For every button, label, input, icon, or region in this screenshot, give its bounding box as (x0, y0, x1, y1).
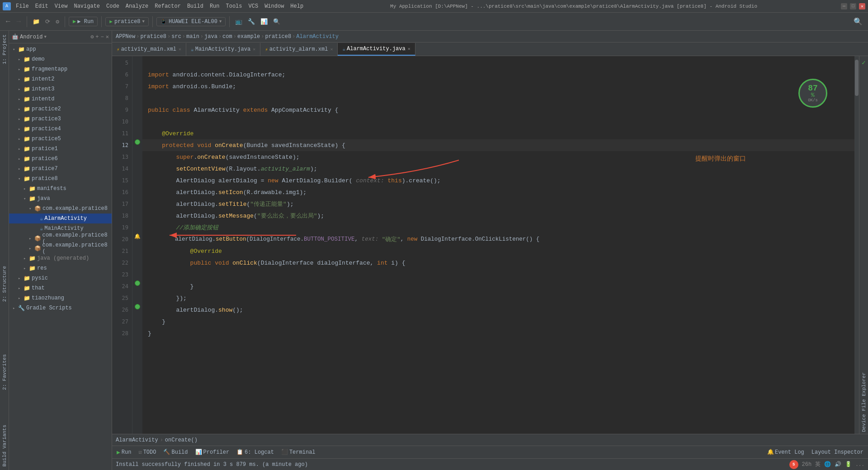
tree-item-intentd[interactable]: ▸ 📁 intentd (9, 94, 112, 104)
breadcrumb-main[interactable]: main (186, 33, 199, 40)
inspect-button[interactable]: 🔍 (271, 17, 282, 26)
breadcrumb-appnew[interactable]: APPNew (116, 33, 135, 40)
project-vert-label[interactable]: 1: Project (1, 31, 8, 68)
menu-window[interactable]: Window (261, 2, 287, 10)
menu-build[interactable]: Build (184, 2, 207, 10)
tab-activity-alarm[interactable]: ⚡ activity_alarm.xml ✕ (260, 43, 338, 56)
cpu-indicator[interactable]: 87 % OK/s (798, 79, 827, 108)
layout-inspector-button[interactable]: Layout Inspector (809, 448, 866, 456)
profiler-button[interactable]: 📊 Profiler (193, 448, 232, 456)
breadcrumb-pratice8-2[interactable]: pratice8 (265, 33, 292, 40)
app-folder-icon: 📁 (18, 46, 25, 53)
breadcrumb-src[interactable]: src (171, 33, 181, 40)
minimize-button[interactable]: — (841, 3, 847, 9)
menu-refactor[interactable]: Refactor (151, 2, 184, 10)
project-icon[interactable]: 📁 (31, 17, 42, 26)
tree-item-alarm-activity[interactable]: ☕ AlarmActivity (9, 214, 112, 223)
main-content: 1: Project 2: Structure 2: Favorites Bui… (0, 31, 868, 470)
tree-item-practice5[interactable]: ▸ 📁 practice5 (9, 134, 112, 144)
device-dropdown[interactable]: 📱 HUAWEI ELE-AL00 ▼ (156, 17, 226, 26)
editor-footer: AlarmActivity › onCreate() (112, 434, 868, 446)
breadcrumb-pratice8[interactable]: pratice8 (140, 33, 166, 40)
tree-item-app[interactable]: ▾ 📁 app (9, 44, 112, 54)
app-icon: A (3, 2, 11, 10)
sdk-button[interactable]: 🔧 (246, 17, 257, 26)
tree-item-fragmentapp[interactable]: ▸ 📁 fragmentapp (9, 64, 112, 74)
project-minus-icon[interactable]: − (101, 34, 104, 40)
search-everywhere-icon[interactable]: 🔍 (852, 16, 864, 27)
title-text: My Application [D:\APPNew] - ...\pratice… (307, 4, 841, 9)
tree-item-practice4[interactable]: ▸ 📁 practice4 (9, 124, 112, 134)
menu-edit[interactable]: Edit (32, 2, 52, 10)
build-vert-label[interactable]: Build Variants (1, 421, 8, 470)
tree-item-manifests[interactable]: ▸ 📁 manifests (9, 184, 112, 194)
profile-button[interactable]: 📊 (259, 17, 269, 26)
tab-activity-main[interactable]: ⚡ activity_main.xml ✕ (112, 43, 186, 56)
code-content[interactable]: import android.content.DialogInterface; … (142, 56, 854, 434)
vertical-scrollbar[interactable] (854, 56, 859, 434)
structure-vert-label[interactable]: 2: Structure (1, 262, 8, 305)
tree-item-res[interactable]: ▸ 📁 res (9, 263, 112, 273)
android-dropdown[interactable]: 🤖 Android ▼ (12, 33, 47, 40)
tab-close-3[interactable]: ✕ (330, 47, 333, 52)
tree-item-intent2[interactable]: ▸ 📁 intent2 (9, 74, 112, 84)
avd-button[interactable]: 📺 (233, 17, 244, 26)
logcat-button[interactable]: 📋 6: Logcat (234, 448, 277, 456)
tab-close-2[interactable]: ✕ (253, 47, 255, 52)
menu-file[interactable]: File (13, 2, 32, 10)
close-button[interactable]: ✕ (859, 3, 865, 9)
breadcrumb-alarm[interactable]: AlarmActivity (296, 33, 339, 40)
forward-button[interactable]: → (14, 17, 24, 27)
tree-item-java[interactable]: ▾ 📁 java (9, 194, 112, 204)
run-tool-button[interactable]: ▶ Run (114, 448, 134, 457)
menu-view[interactable]: View (52, 2, 71, 10)
menu-vcs[interactable]: VCS (245, 2, 262, 10)
tree-item-pratice8[interactable]: ▾ 📁 pratice8 (9, 174, 112, 184)
module-icon: ▶ (109, 19, 113, 24)
menu-help[interactable]: Help (287, 2, 307, 10)
run-button[interactable]: ▶ ▶ Run (69, 17, 98, 26)
menu-tools[interactable]: Tools (223, 2, 245, 10)
breadcrumb-com[interactable]: com (222, 33, 232, 40)
module-dropdown[interactable]: ▶ pratice8 ▼ (105, 17, 149, 26)
back-button[interactable]: ← (4, 17, 13, 27)
terminal-button[interactable]: ⬛ Terminal (278, 448, 318, 456)
project-add-icon[interactable]: + (95, 34, 99, 40)
favorites-vert-label[interactable]: 2: Favorites (1, 351, 8, 394)
tree-item-package3[interactable]: ▸ 📦 com.example.pratice8 ( (9, 243, 112, 253)
tree-item-that[interactable]: ▸ 📁 that (9, 283, 112, 293)
sync-icon[interactable]: ⟳ (43, 17, 52, 26)
todo-button[interactable]: ☑ TODO (136, 448, 159, 456)
tree-item-pratice7[interactable]: ▸ 📁 pratice7 (9, 164, 112, 174)
tree-item-practice2[interactable]: ▸ 📁 practice2 (9, 104, 112, 114)
tab-close-4[interactable]: ✕ (408, 46, 410, 52)
menu-run[interactable]: Run (207, 2, 223, 10)
project-close-icon[interactable]: ✕ (106, 33, 109, 40)
menu-code[interactable]: Code (103, 2, 123, 10)
tree-item-demo[interactable]: ▸ 📁 demo (9, 54, 112, 64)
tab-main-activity[interactable]: ☕ MainActivity.java ✕ (186, 43, 260, 56)
code-line-10 (142, 116, 854, 128)
maximize-button[interactable]: □ (850, 3, 856, 9)
tree-item-practice3[interactable]: ▸ 📁 practice3 (9, 114, 112, 124)
tree-item-java-gen[interactable]: ▸ 📁 java (generated) (9, 253, 112, 263)
tab-alarm-activity[interactable]: ☕ AlarmActivity.java ✕ (338, 43, 415, 56)
menu-analyze[interactable]: Analyze (123, 2, 151, 10)
tree-item-tiaozhuang[interactable]: ▸ 📁 tiaozhuang (9, 293, 112, 303)
menu-navigate[interactable]: Navigate (71, 2, 103, 10)
tree-item-gradle[interactable]: ▸ 🔧 Gradle Scripts (9, 303, 112, 313)
tree-item-pratice1[interactable]: ▸ 📁 pratice1 (9, 144, 112, 154)
code-line-23 (142, 269, 854, 280)
tab-close-1[interactable]: ✕ (179, 47, 181, 52)
event-log-button[interactable]: 🔔 Event Log (764, 448, 807, 456)
tree-item-intent3[interactable]: ▸ 📁 intent3 (9, 84, 112, 94)
tree-item-package[interactable]: ▾ 📦 com.example.pratice8 (9, 204, 112, 214)
tree-item-pysic[interactable]: ▸ 📁 pysic (9, 273, 112, 283)
build-tool-button[interactable]: 🔨 Build (160, 448, 190, 456)
project-gear-icon[interactable]: ⚙ (90, 33, 94, 40)
breadcrumb-java[interactable]: java (204, 33, 217, 40)
settings-icon[interactable]: ⚙ (54, 17, 61, 26)
tree-item-pratice6[interactable]: ▸ 📁 pratice6 (9, 154, 112, 164)
device-file-explorer-label[interactable]: Device File Explorer (860, 370, 868, 434)
breadcrumb-example[interactable]: example (237, 33, 260, 40)
